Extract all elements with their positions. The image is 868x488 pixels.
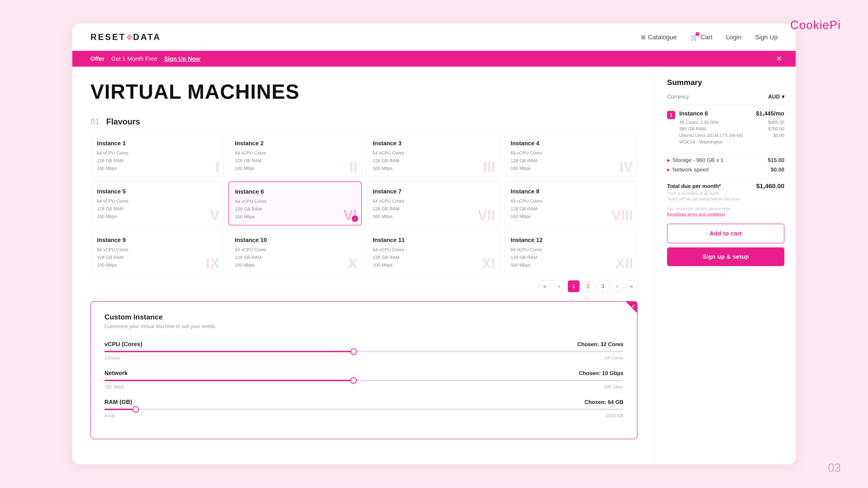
cookiepi-watermark: CookiePi (790, 18, 841, 32)
card-roman-num: VII (477, 208, 495, 223)
ram-slider-row: RAM (GB) Chosen: 64 GB 4 GB 1024 GB (104, 398, 623, 418)
storage-label: ▶ Storage - 960 GB x 1 (667, 157, 723, 163)
instance-card-2[interactable]: Instance 2 64 vCPU Cores128 GB RAM100 Mb… (228, 133, 362, 177)
instance-name: Instance 8 (510, 188, 631, 195)
ram-label: RAM (GB) (104, 398, 132, 405)
instance-spec: 64 vCPU Cores128 GB RAM100 Mbps (510, 149, 631, 172)
pagination-page-3[interactable]: 3 (597, 281, 609, 292)
custom-instance-title: Custom Instance (104, 313, 623, 321)
login-label: Login (726, 34, 742, 41)
network-min: 100 Mbps (104, 384, 124, 390)
summary-instance-row: 1 Instance 6 $1,445/mo 48 Cores, 2.40 GH… (667, 110, 784, 146)
card-roman-num: XII (616, 256, 633, 271)
instance-spec: 64 vCPU Cores128 GB RAM100 Mbps (373, 197, 493, 220)
instance-card-11[interactable]: Instance 11 64 vCPU Cores128 GB RAM100 M… (366, 230, 500, 273)
instance-name: Instance 1 (97, 140, 217, 147)
instance-card-3[interactable]: Instance 3 64 vCPU Cores128 GB RAM100 Mb… (366, 133, 500, 177)
summary-storage-row: ▶ Storage - 960 GB x 1 $15.00 (667, 157, 784, 163)
catalogue-icon: ⊞ (641, 34, 646, 40)
vcpu-slider[interactable] (104, 351, 623, 353)
summary-total-row: Total due per month* $1,460.00 (667, 183, 784, 190)
instance-spec: 64 vCPU Cores128 GB RAM100 Mbps (373, 149, 493, 172)
instance-name: Instance 7 (373, 188, 493, 195)
offer-cta[interactable]: Sign Up Now (164, 55, 200, 62)
summary-instance-monthly: $1,445/mo (756, 110, 784, 117)
card-roman-num: V (210, 208, 219, 223)
ram-chosen: Chosen: 64 GB (585, 399, 623, 405)
page-number: 03 (828, 461, 841, 475)
network-slider[interactable] (104, 380, 623, 382)
instance-name: Instance 12 (510, 236, 631, 243)
card-roman-num: X (348, 256, 358, 271)
summary-instance-name: Instance 6 (679, 110, 708, 117)
summary-detail-0: 48 Cores, 2.40 GHz $485.00 (679, 120, 784, 125)
instance-card-10[interactable]: Instance 10 64 vCPU Cores128 GB RAM100 M… (228, 230, 362, 273)
instance-card-4[interactable]: Instance 4 64 vCPU Cores128 GB RAM100 Mb… (504, 133, 638, 177)
pagination-first[interactable]: « (539, 281, 551, 292)
logo-text-part1: RESET (90, 32, 126, 42)
storage-value: $15.00 (768, 157, 784, 163)
pagination-last[interactable]: » (626, 281, 638, 292)
expand-network-icon[interactable]: ▶ (667, 167, 670, 172)
pagination-page-2[interactable]: 2 (582, 281, 594, 292)
total-label: Total due per month* (667, 183, 721, 189)
card-roman-num: IV (620, 160, 633, 174)
instance-spec: 64 vCPU Cores128 GB RAM100 Mbps (235, 197, 355, 221)
instance-spec: 64 vCPU Cores128 GB RAM100 Mbps (373, 246, 493, 269)
sidebar-summary: Summary Currency AUD ▾ 1 Instance 6 $1,4… (655, 67, 796, 464)
instance-card-8[interactable]: Instance 8 64 vCPU Cores128 GB RAM100 Mb… (504, 182, 638, 225)
custom-instance-card: Custom Instance Customize your Virtual M… (90, 301, 638, 439)
instance-name: Instance 6 (235, 188, 355, 195)
cart-count: 1 (695, 32, 700, 36)
instance-card-5[interactable]: Instance 5 64 vCPU Cores128 GB RAM100 Mb… (90, 182, 224, 225)
section-title-flavours: Flavours (106, 117, 140, 127)
catalogue-label: Catalogue (648, 34, 677, 41)
pagination-page-1[interactable]: 1 (568, 281, 580, 292)
signup-label: Sign Up (755, 34, 778, 41)
cart-nav[interactable]: 🛒 1 Cart (690, 33, 712, 41)
summary-title: Summary (667, 78, 784, 87)
divider-1 (667, 154, 784, 154)
offer-tag: Offer (90, 55, 104, 62)
custom-instance-subtitle: Customize your Virtual Machine to suit y… (104, 324, 623, 329)
instance-name: Instance 11 (373, 236, 493, 243)
offer-close-icon[interactable]: ✕ (776, 55, 782, 63)
vcpu-label: vCPU (Cores) (104, 341, 143, 348)
card-roman-num: II (349, 160, 358, 174)
vcpu-max: 64 Cores (605, 355, 623, 361)
terms-link[interactable]: ResetData terms and conditions (667, 212, 784, 217)
instance-card-1[interactable]: Instance 1 64 vCPU Cores128 GB RAM100 Mb… (90, 133, 224, 177)
instance-card-7[interactable]: Instance 7 64 vCPU Cores128 GB RAM100 Mb… (366, 182, 500, 225)
catalogue-nav[interactable]: ⊞ Catalogue (641, 34, 677, 41)
instance-card-12[interactable]: Instance 12 64 vCPU Cores128 GB RAM100 M… (504, 230, 638, 273)
total-value: $1,460.00 (756, 183, 784, 190)
instance-name: Instance 2 (235, 140, 355, 147)
tax-note-2: Taxes will be calculated before checkout… (667, 197, 784, 201)
instances-grid: Instance 1 64 vCPU Cores128 GB RAM100 Mb… (90, 133, 638, 273)
signup-setup-button[interactable]: Sign up & setup (667, 248, 784, 266)
instance-spec: 64 vCPU Cores128 GB RAM100 Mbps (97, 197, 217, 220)
instance-card-6[interactable]: Instance 6 64 vCPU Cores128 GB RAM100 Mb… (228, 182, 362, 225)
ram-max: 1024 GB (606, 413, 623, 418)
instance-name: Instance 9 (97, 236, 217, 243)
add-to-cart-button[interactable]: Add to cart (667, 224, 784, 243)
connection-note: For connection details, please refer (667, 206, 784, 211)
pagination-prev[interactable]: ‹ (553, 281, 565, 292)
instance-card-9[interactable]: Instance 9 64 vCPU Cores128 GB RAM100 Mb… (90, 230, 224, 273)
logo-icon (126, 34, 133, 40)
card-roman-num: VIII (612, 208, 633, 223)
network-slider-row: Network Chosen: 10 Gbps 100 Mbps 100 (104, 369, 623, 390)
section-header-flavours: 01 Flavours (90, 117, 638, 127)
card-roman-num: I (215, 160, 219, 174)
expand-storage-icon[interactable]: ▶ (667, 158, 670, 163)
currency-selector[interactable]: AUD ▾ (768, 94, 784, 100)
instance-spec: 64 vCPU Cores128 GB RAM100 Mbps (97, 149, 217, 172)
signup-nav[interactable]: Sign Up (755, 34, 778, 41)
login-nav[interactable]: Login (726, 34, 742, 41)
pagination-next[interactable]: › (611, 281, 623, 292)
ram-slider[interactable] (104, 409, 623, 411)
page-title: VIRTUAL MACHINES (90, 80, 638, 103)
instance-name: Instance 4 (510, 140, 631, 147)
pagination: « ‹ 1 2 3 › » (90, 281, 638, 292)
currency-row: Currency AUD ▾ (667, 94, 784, 105)
